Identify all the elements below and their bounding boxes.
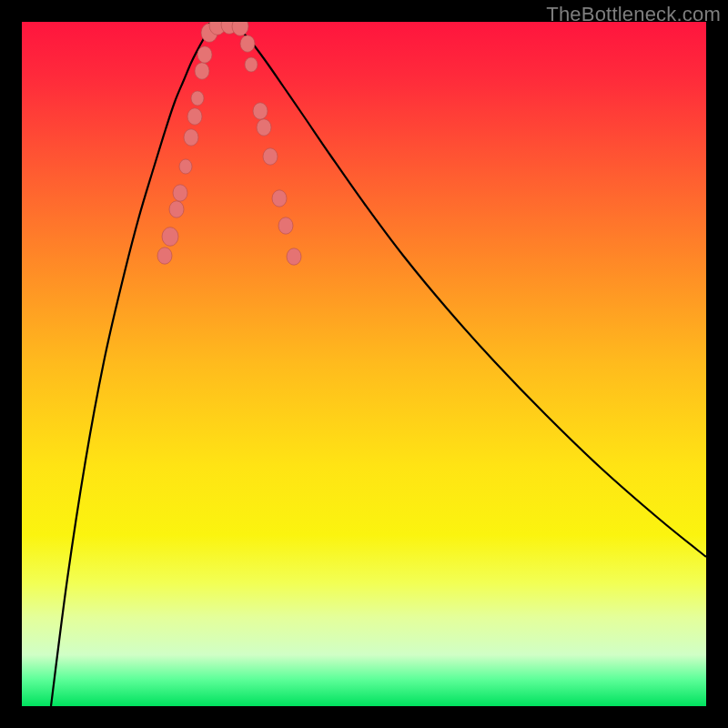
data-marker [197,46,212,63]
watermark-label: TheBottleneck.com [546,3,721,26]
data-marker [287,248,301,265]
data-marker [257,119,271,136]
marker-group [157,22,301,265]
data-marker [173,185,187,201]
data-marker [184,129,198,146]
plot-area [22,22,706,706]
data-marker [162,228,178,247]
data-marker [272,190,287,207]
data-marker [253,103,268,119]
data-marker [245,57,258,72]
outer-frame: TheBottleneck.com [0,0,728,728]
data-marker [191,91,204,106]
data-marker [240,35,255,52]
data-marker [278,217,293,234]
curve-svg [22,22,706,706]
curve-left [51,24,220,706]
data-marker [232,22,248,35]
data-marker [169,201,184,217]
data-marker [263,148,278,165]
data-marker [187,108,202,125]
data-marker [157,248,172,264]
data-marker [179,159,192,174]
curve-right [229,24,706,557]
data-marker [195,63,209,79]
